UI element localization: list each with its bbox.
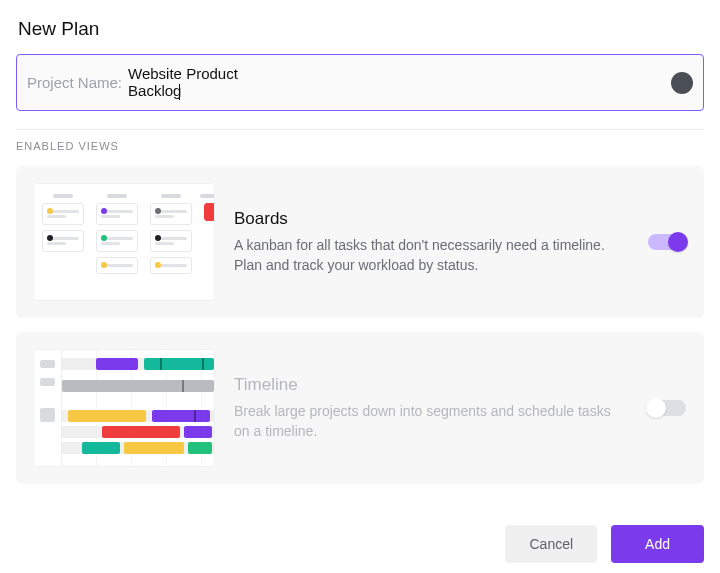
owner-avatar-icon[interactable] [671,72,693,94]
boards-description: A kanban for all tasks that don't necess… [234,235,614,276]
cancel-button[interactable]: Cancel [505,525,597,563]
timeline-text: Timeline Break large projects down into … [234,375,628,442]
project-name-label: Project Name: [27,74,122,91]
project-name-input[interactable]: Project Name: Website Product Backlog [16,54,704,111]
view-option-boards: Boards A kanban for all tasks that don't… [16,166,704,318]
boards-toggle[interactable] [648,234,686,250]
add-button[interactable]: Add [611,525,704,563]
view-option-timeline: Timeline Break large projects down into … [16,332,704,484]
timeline-title: Timeline [234,375,628,395]
divider [16,129,704,130]
boards-text: Boards A kanban for all tasks that don't… [234,209,628,276]
boards-preview-icon [34,184,214,300]
project-name-value: Website Product Backlog [128,65,294,100]
boards-title: Boards [234,209,628,229]
dialog-title: New Plan [18,18,704,40]
timeline-preview-icon [34,350,214,466]
enabled-views-label: ENABLED VIEWS [16,140,704,152]
timeline-description: Break large projects down into segments … [234,401,614,442]
timeline-toggle[interactable] [648,400,686,416]
dialog-footer: Cancel Add [505,525,704,563]
new-plan-dialog: New Plan Project Name: Website Product B… [0,0,720,484]
